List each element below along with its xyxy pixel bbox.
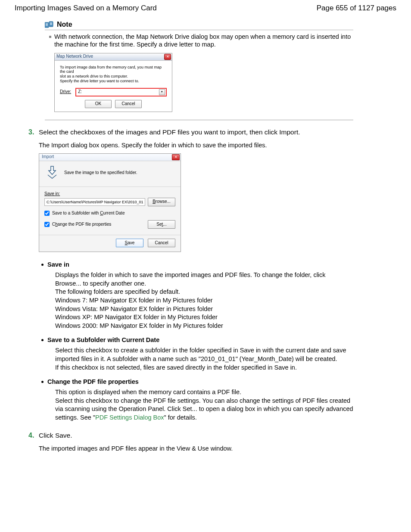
dialog-title: Map Network Drive: [56, 54, 93, 59]
dialog-body-line: slot as a network drive to this computer…: [60, 74, 167, 79]
bullet-title: Save in: [47, 261, 353, 268]
step-title: Select the checkboxes of the images and …: [39, 128, 353, 137]
page-title: Importing Images Saved on a Memory Card: [15, 3, 157, 12]
cancel-button[interactable]: Cancel: [148, 239, 175, 247]
page-counter: Page 655 of 1127 pages: [317, 3, 396, 12]
step-body: The Import dialog box opens. Specify the…: [39, 141, 353, 149]
step-title: Click Save.: [39, 431, 353, 440]
save-button[interactable]: Save: [116, 239, 143, 247]
bullet-save-in: Save in Displays the folder in which to …: [47, 261, 353, 330]
save-down-icon: [46, 165, 58, 181]
svg-rect-0: [45, 22, 49, 28]
ok-button[interactable]: OK: [85, 100, 112, 108]
drive-select[interactable]: Z: ▾: [75, 88, 167, 96]
change-pdf-label: Change the PDF file properties: [52, 222, 111, 227]
note-icon: [45, 21, 54, 28]
bullet-title: Save to a Subfolder with Current Date: [47, 336, 353, 344]
bullet-text: Windows XP: MP Navigator EX folder in My…: [55, 313, 353, 322]
dialog-title: Import: [42, 154, 54, 160]
change-pdf-checkbox[interactable]: [44, 222, 50, 227]
bullet-text: If this checkbox is not selected, files …: [55, 364, 353, 372]
step-3: 3. Select the checkboxes of the images a…: [39, 128, 353, 422]
bullet-text: Windows 7: MP Navigator EX folder in My …: [55, 296, 353, 305]
note-box: Note With network connection, the Map Ne…: [45, 20, 353, 120]
pdf-settings-link[interactable]: PDF Settings Dialog Box: [95, 414, 164, 421]
bullet-text: This option is displayed when the memory…: [55, 388, 353, 397]
bullet-text: Select this checkbox to create a subfold…: [55, 346, 353, 363]
chevron-down-icon[interactable]: ▾: [159, 89, 165, 95]
cancel-button[interactable]: Cancel: [115, 100, 142, 108]
bullet-title: Change the PDF file properties: [47, 378, 353, 386]
browse-button[interactable]: Browse...: [148, 198, 175, 206]
dialog-subtitle: Save the image to the specified folder.: [64, 170, 137, 176]
bullet-change-pdf: Change the PDF file properties This opti…: [47, 378, 353, 422]
map-network-drive-dialog: Map Network Drive ✕ To import image data…: [54, 53, 172, 112]
step-number: 4.: [28, 431, 34, 440]
close-icon[interactable]: ✕: [164, 54, 171, 60]
divider: [45, 120, 353, 120]
bullet-text: Windows Vista: MP Navigator EX folder in…: [55, 305, 353, 314]
step-number: 3.: [28, 128, 34, 137]
step-4: 4. Click Save. The imported images and P…: [39, 431, 353, 452]
note-label: Note: [57, 20, 72, 29]
drive-value: Z:: [78, 89, 82, 95]
save-subfolder-label: Save to a Subfolder with Current Date: [52, 211, 125, 216]
dialog-body-line: To import image data from the memory car…: [60, 65, 167, 75]
note-text: With network connection, the Map Network…: [54, 33, 353, 48]
set-button[interactable]: Set...: [148, 220, 175, 229]
save-in-path-input[interactable]: [44, 198, 145, 206]
save-in-label: Save in:: [44, 191, 175, 197]
drive-label: Drive:: [60, 89, 71, 95]
dialog-body-line: Specify the drive letter you want to con…: [60, 79, 167, 84]
bullet-text: Windows 2000: MP Navigator EX folder in …: [55, 322, 353, 330]
close-icon[interactable]: ✕: [172, 154, 180, 160]
bullet-text: Displays the folder in which to save the…: [55, 271, 353, 288]
import-dialog: Import ✕ Save the image to the specified…: [39, 153, 181, 252]
step-body: The imported images and PDF files appear…: [39, 445, 353, 452]
bullet-save-subfolder: Save to a Subfolder with Current Date Se…: [47, 336, 353, 372]
save-subfolder-checkbox[interactable]: [44, 211, 50, 216]
svg-rect-1: [49, 22, 53, 27]
bullet-text: The following folders are specified by d…: [55, 288, 353, 296]
bullet-text: Select this checkbox to change the PDF f…: [55, 397, 353, 422]
